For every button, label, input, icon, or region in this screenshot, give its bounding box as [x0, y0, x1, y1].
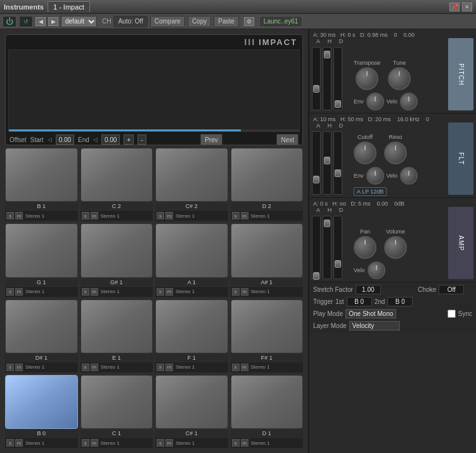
prev-button[interactable]: Prev — [200, 134, 222, 145]
pad-controls: smStereo 1 — [155, 211, 228, 221]
pad-s-button[interactable]: s — [6, 439, 14, 447]
arrow-button[interactable]: ↺ — [19, 16, 33, 27]
pad-s-button[interactable]: s — [232, 212, 240, 220]
stretch-factor-value[interactable]: 1.00 — [356, 285, 381, 294]
pad-m-button[interactable]: m — [91, 364, 98, 371]
play-mode-value[interactable]: One Shot Mono — [345, 309, 396, 318]
pad-g#1[interactable] — [80, 223, 153, 277]
pad-m-button[interactable]: m — [15, 288, 23, 296]
pad-m-button[interactable]: m — [165, 212, 173, 220]
auto-button[interactable]: Auto: Off — [113, 16, 147, 27]
pad-c#1[interactable] — [155, 375, 228, 429]
tune-knob[interactable] — [388, 67, 411, 90]
prev-button[interactable]: ◀ — [35, 17, 46, 26]
trigger-2nd-value[interactable]: B 0 — [387, 297, 413, 306]
pitch-env-knob[interactable] — [366, 93, 384, 110]
start-value[interactable]: 0.00 — [56, 135, 74, 145]
amp-d-slider[interactable] — [333, 216, 342, 279]
pad-s-button[interactable]: s — [157, 288, 164, 296]
pad-m-button[interactable]: m — [241, 212, 248, 220]
pad-m-button[interactable]: m — [91, 212, 98, 220]
power-button[interactable]: ⏻ — [3, 16, 16, 27]
amp-h-slider[interactable] — [323, 216, 331, 279]
minus-button[interactable]: - — [138, 135, 146, 145]
pad-c2[interactable] — [80, 148, 153, 202]
paste-button[interactable]: Paste — [214, 16, 239, 27]
layer-mode-value[interactable]: Velocity — [349, 321, 400, 331]
choke-value[interactable]: Off — [439, 285, 464, 294]
volume-knob[interactable] — [384, 236, 407, 259]
pad-m-button[interactable]: m — [241, 439, 248, 447]
pan-knob[interactable] — [354, 236, 376, 259]
transpose-knob[interactable] — [356, 67, 378, 90]
pad-f1[interactable] — [155, 299, 228, 353]
pad-a1[interactable] — [155, 223, 228, 277]
pad-m-button[interactable]: m — [241, 288, 248, 296]
amp-a-slider[interactable] — [312, 216, 321, 279]
pad-d1[interactable] — [231, 375, 304, 429]
pad-b1[interactable] — [5, 148, 78, 202]
end-value[interactable]: 0.00 — [101, 135, 120, 145]
settings-icon[interactable]: ⚙ — [244, 17, 254, 26]
pad-c1[interactable] — [80, 375, 153, 429]
filter-type[interactable]: A LP 12dB — [354, 187, 387, 196]
pad-s-button[interactable]: s — [232, 364, 240, 371]
instrument-tab[interactable]: 1 - Impact — [48, 1, 90, 12]
next-button[interactable]: Next — [276, 134, 299, 145]
pad-m-button[interactable]: m — [91, 439, 98, 447]
pad-s-button[interactable]: s — [82, 364, 89, 371]
pad-f#1[interactable] — [231, 299, 304, 353]
compare-button[interactable]: Compare — [150, 16, 185, 27]
pad-s-button[interactable]: s — [82, 439, 89, 447]
copy-button[interactable]: Copy — [188, 16, 211, 27]
pad-b0[interactable] — [5, 375, 78, 429]
flt-velo-knob[interactable] — [400, 167, 418, 185]
pad-s-button[interactable]: s — [157, 364, 164, 371]
pad-s-button[interactable]: s — [82, 212, 89, 220]
next-button[interactable]: ▶ — [48, 17, 58, 26]
pad-s-button[interactable]: s — [6, 212, 14, 220]
pad-m-button[interactable]: m — [165, 364, 173, 371]
pad-s-button[interactable]: s — [232, 288, 240, 296]
flt-h-slider[interactable] — [323, 131, 331, 195]
trigger-label: Trigger — [313, 298, 333, 305]
pad-d#1[interactable] — [5, 299, 78, 353]
close-button[interactable]: ✕ — [462, 3, 472, 11]
cutoff-knob[interactable] — [354, 141, 376, 164]
pitch-velo-knob[interactable] — [400, 93, 418, 110]
trigger-1st-value[interactable]: B 0 — [347, 297, 372, 306]
preset-select[interactable]: default — [61, 16, 97, 27]
flt-env-knob[interactable] — [366, 167, 384, 185]
pad-m-button[interactable]: m — [165, 288, 173, 296]
pad-s-button[interactable]: s — [82, 288, 89, 296]
pad-m-button[interactable]: m — [15, 439, 23, 447]
amp-velo-knob[interactable] — [368, 261, 385, 279]
pad-s-button[interactable]: s — [6, 364, 14, 371]
pad-s-button[interactable]: s — [232, 439, 240, 447]
pad-a#1[interactable] — [231, 223, 304, 277]
reso-knob[interactable] — [384, 141, 407, 164]
flt-d-slider[interactable] — [333, 131, 342, 195]
amp-sliders — [312, 216, 346, 279]
flt-a-slider[interactable] — [312, 131, 321, 195]
pad-m-button[interactable]: m — [165, 439, 173, 447]
plus-button[interactable]: + — [124, 135, 134, 145]
pad-m-button[interactable]: m — [15, 364, 23, 371]
pad-e1[interactable] — [80, 299, 153, 353]
pad-m-button[interactable]: m — [15, 212, 23, 220]
pad-s-button[interactable]: s — [6, 288, 14, 296]
pad-controls: smStereo 1 — [5, 438, 78, 448]
pad-m-button[interactable]: m — [241, 364, 248, 371]
pin-button[interactable]: 📌 — [449, 3, 460, 11]
pad-g1[interactable] — [5, 223, 78, 277]
pitch-a-slider[interactable] — [312, 47, 321, 110]
pad-d2[interactable] — [231, 148, 304, 202]
pad-m-button[interactable]: m — [91, 288, 98, 296]
sync-checkbox[interactable] — [447, 310, 456, 318]
waveform-progress-bar[interactable] — [9, 129, 241, 131]
pad-s-button[interactable]: s — [157, 439, 164, 447]
pad-c#2[interactable] — [155, 148, 228, 202]
pitch-h-slider[interactable] — [323, 47, 331, 110]
pitch-d-slider[interactable] — [333, 47, 342, 110]
pad-s-button[interactable]: s — [157, 212, 164, 220]
